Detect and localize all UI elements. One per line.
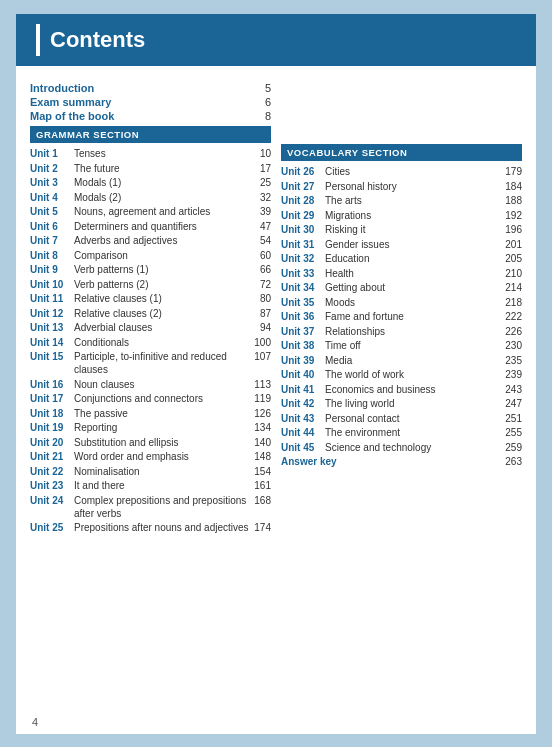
grammar-unit-page: 72 (249, 279, 271, 290)
vocab-unit-label: Unit 45 (281, 442, 325, 453)
vocab-unit-desc: Time off (325, 339, 500, 352)
grammar-unit-page: 174 (249, 522, 271, 533)
grammar-unit-desc: Participle, to-infinitive and reduced cl… (74, 350, 249, 376)
grammar-units-list: Unit 1Tenses10Unit 2The future17Unit 3Mo… (30, 147, 271, 534)
grammar-unit-row: Unit 6Determiners and quantifiers47 (30, 220, 271, 233)
grammar-unit-label: Unit 13 (30, 322, 74, 333)
grammar-unit-label: Unit 10 (30, 279, 74, 290)
vocab-unit-row: Unit 44The environment255 (281, 426, 522, 439)
grammar-unit-label: Unit 2 (30, 163, 74, 174)
vocab-unit-row: Unit 34Getting about214 (281, 281, 522, 294)
vocab-unit-label: Unit 31 (281, 239, 325, 250)
grammar-unit-label: Unit 8 (30, 250, 74, 261)
left-section: Introduction 5 Exam summary 6 Map of the… (30, 82, 271, 536)
grammar-unit-label: Unit 11 (30, 293, 74, 304)
answer-key-row: Answer key 263 (281, 456, 522, 467)
grammar-unit-desc: Comparison (74, 249, 249, 262)
grammar-unit-desc: Nominalisation (74, 465, 249, 478)
vocab-unit-row: Unit 45Science and technology259 (281, 441, 522, 454)
right-section: VOCABULARY SECTION Unit 26Cities179Unit … (281, 82, 522, 536)
vocab-unit-desc: Economics and business (325, 383, 500, 396)
vocab-unit-row: Unit 43Personal contact251 (281, 412, 522, 425)
grammar-unit-page: 32 (249, 192, 271, 203)
vocab-unit-page: 188 (500, 195, 522, 206)
intro-introduction: Introduction 5 (30, 82, 271, 94)
grammar-unit-row: Unit 2The future17 (30, 162, 271, 175)
grammar-unit-row: Unit 5Nouns, agreement and articles39 (30, 205, 271, 218)
grammar-unit-row: Unit 16Noun clauses113 (30, 378, 271, 391)
grammar-unit-page: 10 (249, 148, 271, 159)
grammar-unit-desc: The future (74, 162, 249, 175)
grammar-unit-label: Unit 18 (30, 408, 74, 419)
grammar-unit-row: Unit 11Relative clauses (1)80 (30, 292, 271, 305)
grammar-unit-desc: Determiners and quantifiers (74, 220, 249, 233)
vocab-unit-label: Unit 35 (281, 297, 325, 308)
vocab-unit-page: 230 (500, 340, 522, 351)
grammar-unit-row: Unit 8Comparison60 (30, 249, 271, 262)
vocab-unit-page: 192 (500, 210, 522, 221)
grammar-unit-desc: Verb patterns (2) (74, 278, 249, 291)
vocab-unit-desc: The world of work (325, 368, 500, 381)
vocab-unit-label: Unit 33 (281, 268, 325, 279)
page: Contents Introduction 5 Exam summary 6 M… (16, 14, 536, 734)
vocab-unit-page: 179 (500, 166, 522, 177)
vocab-unit-row: Unit 27Personal history184 (281, 180, 522, 193)
grammar-unit-desc: Modals (1) (74, 176, 249, 189)
vocab-unit-desc: Relationships (325, 325, 500, 338)
grammar-unit-page: 134 (249, 422, 271, 433)
vocab-unit-page: 205 (500, 253, 522, 264)
grammar-unit-row: Unit 15Participle, to-infinitive and red… (30, 350, 271, 376)
grammar-unit-desc: Tenses (74, 147, 249, 160)
vocab-unit-row: Unit 31Gender issues201 (281, 238, 522, 251)
vocab-unit-label: Unit 38 (281, 340, 325, 351)
vocab-unit-label: Unit 41 (281, 384, 325, 395)
vocab-unit-row: Unit 32Education205 (281, 252, 522, 265)
vocab-unit-desc: Gender issues (325, 238, 500, 251)
vocabulary-section-header: VOCABULARY SECTION (281, 144, 522, 161)
grammar-unit-desc: Conjunctions and connectors (74, 392, 249, 405)
vocab-unit-page: 247 (500, 398, 522, 409)
grammar-unit-desc: Modals (2) (74, 191, 249, 204)
grammar-unit-label: Unit 19 (30, 422, 74, 433)
vocab-unit-label: Unit 28 (281, 195, 325, 206)
grammar-unit-row: Unit 25Prepositions after nouns and adje… (30, 521, 271, 534)
grammar-unit-page: 107 (249, 351, 271, 362)
vocab-unit-desc: Risking it (325, 223, 500, 236)
vocab-unit-row: Unit 42The living world247 (281, 397, 522, 410)
vocab-unit-page: 226 (500, 326, 522, 337)
intro-exam-summary-page: 6 (265, 96, 271, 108)
vocab-unit-label: Unit 37 (281, 326, 325, 337)
grammar-unit-label: Unit 12 (30, 308, 74, 319)
vocab-unit-page: 255 (500, 427, 522, 438)
grammar-unit-desc: It and there (74, 479, 249, 492)
vocab-unit-label: Unit 29 (281, 210, 325, 221)
vocab-unit-desc: Health (325, 267, 500, 280)
grammar-unit-row: Unit 12Relative clauses (2)87 (30, 307, 271, 320)
grammar-unit-label: Unit 25 (30, 522, 74, 533)
answer-key-label: Answer key (281, 456, 505, 467)
grammar-unit-row: Unit 3Modals (1)25 (30, 176, 271, 189)
vocab-unit-desc: Getting about (325, 281, 500, 294)
vocab-unit-page: 184 (500, 181, 522, 192)
vocab-unit-row: Unit 37Relationships226 (281, 325, 522, 338)
intro-exam-summary: Exam summary 6 (30, 96, 271, 108)
vocab-unit-row: Unit 28The arts188 (281, 194, 522, 207)
grammar-unit-label: Unit 22 (30, 466, 74, 477)
page-number: 4 (32, 716, 38, 728)
grammar-unit-desc: Substitution and ellipsis (74, 436, 249, 449)
grammar-unit-page: 87 (249, 308, 271, 319)
vocab-unit-page: 210 (500, 268, 522, 279)
grammar-unit-label: Unit 21 (30, 451, 74, 462)
vocab-unit-desc: The living world (325, 397, 500, 410)
grammar-section-header: GRAMMAR SECTION (30, 126, 271, 143)
intro-map-label: Map of the book (30, 110, 114, 122)
grammar-unit-page: 25 (249, 177, 271, 188)
vocab-unit-page: 218 (500, 297, 522, 308)
vocab-unit-label: Unit 43 (281, 413, 325, 424)
grammar-unit-page: 168 (249, 495, 271, 506)
vocab-unit-label: Unit 30 (281, 224, 325, 235)
vocab-unit-row: Unit 33Health210 (281, 267, 522, 280)
sections-container: Introduction 5 Exam summary 6 Map of the… (30, 82, 522, 536)
grammar-unit-desc: Prepositions after nouns and adjectives (74, 521, 249, 534)
vocab-unit-row: Unit 29Migrations192 (281, 209, 522, 222)
